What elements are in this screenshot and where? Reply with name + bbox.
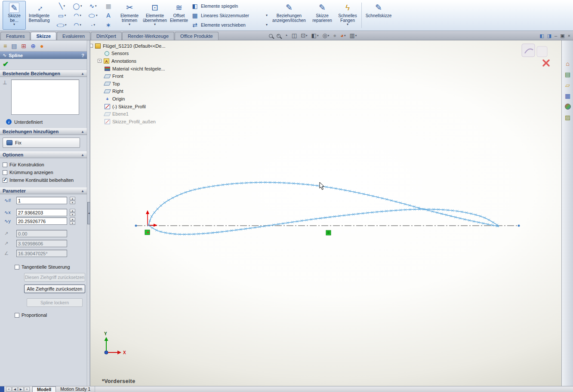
collapse-icon[interactable]: ▲ [81, 189, 84, 193]
nav-next-button[interactable]: ▶ [18, 387, 24, 392]
add-relations-header[interactable]: Beziehungen hinzufügen ▲ [0, 128, 87, 135]
tree-item-ebene1[interactable]: Ebene1 [90, 110, 187, 118]
chevron-down-icon[interactable]: ▾ [355, 34, 357, 37]
zoom-to-fit-button[interactable] [269, 34, 273, 38]
edit-appearance-button[interactable]: ◕▾ [340, 33, 345, 39]
panel-splitter[interactable]: ◂ [87, 40, 90, 386]
design-library-icon[interactable]: ▤ [562, 69, 573, 80]
options-header[interactable]: Optionen ▲ [0, 151, 87, 158]
dimxpertmanager-tab-icon[interactable]: ⊕ [31, 43, 36, 49]
spline-tool-button[interactable]: ∿▾ [85, 1, 101, 11]
tree-item-skizze-profil-aussen[interactable]: Skizze_Profil_außen [90, 118, 187, 126]
slot-tool-button[interactable]: ◯▾ [54, 20, 70, 30]
chevron-down-icon[interactable]: ▾ [154, 23, 156, 26]
smart-dimension-button[interactable]: ↔ Intelligente Bemaßung [26, 1, 52, 30]
centerline-endpoint-left[interactable] [135, 225, 137, 227]
tree-item-part[interactable]: - Flügel_S1210 (Default<<De... [90, 42, 187, 50]
point-tool-button[interactable]: ·▾ [85, 20, 101, 30]
repair-sketch-button[interactable]: ✎ Skizze reparieren [309, 1, 336, 30]
tree-item-top-plane[interactable]: Top [90, 80, 187, 88]
chevron-down-icon[interactable]: ▾ [328, 34, 330, 37]
checkbox[interactable] [3, 162, 7, 167]
previous-view-button[interactable]: ◔ [284, 33, 288, 39]
tree-item-front-plane[interactable]: Front [90, 72, 187, 80]
chevron-down-icon[interactable]: ▾ [94, 23, 96, 27]
chevron-down-icon[interactable]: ▾ [63, 4, 65, 8]
tab-features[interactable]: Features [0, 32, 30, 40]
expand-expander-icon[interactable]: + [98, 59, 102, 63]
minimize-button[interactable]: – [555, 33, 557, 38]
chevron-down-icon[interactable]: ▾ [347, 23, 348, 26]
fix-relation-button[interactable]: Fix [3, 138, 80, 148]
spinner[interactable]: ▲▼ [70, 217, 75, 225]
chevron-down-icon[interactable]: ▾ [80, 14, 81, 17]
restore-button[interactable]: ▣ [560, 33, 564, 39]
pane-right-button[interactable]: ◨ [547, 33, 551, 39]
maintain-internal-continuity-option[interactable]: Interne Kontinuität beibehalten [3, 176, 84, 184]
chevron-down-icon[interactable]: ▾ [95, 4, 97, 8]
display-style-button[interactable]: ◧▾ [311, 33, 319, 39]
tab-render-werkzeuge[interactable]: Render-Werkzeuge [122, 32, 174, 40]
propertymanager-tab-icon[interactable]: ▤ [11, 43, 17, 49]
motion-study-tab[interactable]: Motion Study 1 [56, 386, 95, 392]
chevron-down-icon[interactable]: ▾ [266, 14, 268, 17]
nav-prev-button[interactable]: ◀ [12, 387, 18, 392]
collapse-icon[interactable]: ▲ [81, 72, 84, 76]
tree-item-origin[interactable]: + Origin [90, 95, 187, 103]
help-icon[interactable]: ? [81, 53, 84, 58]
view-orientation-button[interactable]: ⊡▾ [301, 33, 307, 39]
chevron-down-icon[interactable]: ▾ [266, 23, 268, 27]
displaymanager-tab-icon[interactable]: ● [40, 43, 43, 49]
chevron-down-icon[interactable]: ▾ [317, 34, 319, 37]
ellipse-tool-button[interactable]: ◯▾ [85, 11, 101, 20]
sketch-pattern-tool-button[interactable]: ▦ [101, 1, 116, 11]
configurationmanager-tab-icon[interactable]: ⊞ [21, 43, 26, 49]
spinner[interactable]: ▲▼ [70, 197, 75, 204]
pane-left-button[interactable]: ◧ [539, 33, 544, 39]
spline-point-number-field[interactable] [16, 197, 67, 204]
rapid-sketch-button[interactable]: ✎ Schnellskizze [364, 1, 394, 30]
rectangle-tool-button[interactable]: ▭▾ [54, 11, 70, 20]
fixed-relation-badge[interactable] [145, 230, 150, 235]
tab-dimxpert[interactable]: DimXpert [91, 32, 122, 40]
linear-sketch-pattern-button[interactable]: ▦ Lineares Skizzenmuster ▾ [191, 11, 268, 20]
checkbox[interactable] [15, 265, 19, 270]
y-coordinate-field[interactable] [16, 217, 67, 225]
chevron-down-icon[interactable]: ▾ [80, 4, 82, 8]
collapse-icon[interactable]: ▲ [81, 153, 84, 157]
checkbox[interactable] [3, 170, 7, 175]
tree-item-skizze-profil[interactable]: (-) Skizze_Profil [90, 103, 187, 110]
graphics-area[interactable]: Y X - Flügel_S1210 (Default<<D [90, 40, 561, 386]
chevron-down-icon[interactable]: ▾ [65, 23, 67, 27]
view-palette-icon[interactable]: ▦ [562, 91, 573, 101]
ok-button[interactable]: ✔ [3, 60, 9, 69]
chevron-down-icon[interactable]: ▾ [306, 34, 308, 37]
centerline-endpoint-right[interactable] [518, 225, 520, 227]
chevron-down-icon[interactable]: ▾ [13, 23, 15, 26]
tree-item-sensors[interactable]: Sensors [90, 50, 187, 58]
chevron-down-icon[interactable]: ▾ [129, 23, 130, 26]
solidworks-resources-icon[interactable]: ⌂ [562, 58, 573, 69]
tangent-driving-option[interactable]: Tangentielle Steuerung [3, 263, 84, 271]
spinner[interactable]: ▲▼ [70, 209, 75, 216]
reset-all-handles-button[interactable]: Alle Ziehgriffe zurücksetzen [24, 285, 85, 293]
file-explorer-icon[interactable]: ▱ [562, 80, 573, 90]
close-button[interactable]: × [568, 33, 570, 38]
camera-button[interactable]: ▥▾ [349, 33, 357, 39]
checkbox[interactable] [15, 313, 19, 318]
cancel-sketch-button[interactable] [543, 60, 549, 66]
chevron-down-icon[interactable]: ▾ [344, 34, 346, 37]
featuremanager-tab-icon[interactable]: ≡ [3, 43, 7, 49]
appearances-icon[interactable] [562, 101, 573, 112]
hide-show-items-button[interactable]: ◎▾ [322, 33, 329, 39]
quick-snaps-button[interactable]: ϟ Schnelles Fangen ▾ [336, 1, 360, 30]
tab-skizze[interactable]: Skizze [31, 32, 56, 40]
chevron-down-icon[interactable]: ▾ [80, 23, 81, 27]
splitter-handle[interactable]: ◂ [87, 202, 90, 224]
show-curvature-option[interactable]: Krümmung anzeigen [3, 168, 84, 176]
tab-office-produkte[interactable]: Office Produkte [175, 32, 219, 40]
zoom-to-area-button[interactable] [277, 34, 280, 38]
proportional-option[interactable]: Proportional [3, 311, 84, 319]
trim-entities-button[interactable]: ✂ Elemente trimmen ▾ [118, 1, 141, 30]
mirror-entities-button[interactable]: ◧ Elemente spiegeln [191, 1, 268, 11]
